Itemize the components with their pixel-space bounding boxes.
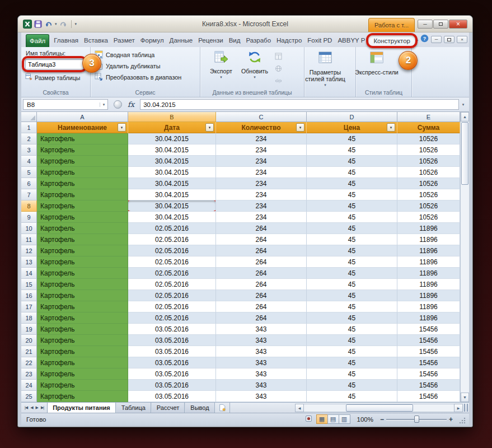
cell-E21[interactable]: 15456 [397,346,460,357]
cell-B23[interactable]: 03.05.2016 [128,368,216,380]
cell-D7[interactable]: 45 [307,189,397,200]
tab-konstruktor[interactable]: Конструктор 2 [368,34,416,47]
cell-D12[interactable]: 45 [307,245,397,256]
resize-table-button[interactable]: Размер таблицы [25,73,86,82]
zoom-in-button[interactable]: + [447,416,455,423]
cell-C14[interactable]: 264 [216,268,307,279]
cell-D8[interactable]: 45 [307,200,397,212]
cell-B20[interactable]: 03.05.2016 [128,335,216,346]
cell-B3[interactable]: 30.04.2015 [128,144,216,156]
excel-logo-icon[interactable] [23,20,32,29]
ribbon-tab-6[interactable]: Вид [226,34,243,47]
cell-C24[interactable]: 343 [216,380,307,391]
cell-D2[interactable]: 45 [307,133,397,144]
cell-B10[interactable]: 02.05.2016 [128,223,216,234]
close-button[interactable]: × [449,20,467,29]
cell-D19[interactable]: 45 [307,324,397,335]
cell-D10[interactable]: 45 [307,223,397,234]
formula-bar-button[interactable] [114,100,122,109]
cell-D18[interactable]: 45 [307,312,397,324]
cell-E22[interactable]: 15456 [397,357,460,368]
scroll-left-icon[interactable]: ◀ [295,404,304,412]
cell-B7[interactable]: 30.04.2015 [128,189,216,200]
cell-B21[interactable]: 03.05.2016 [128,346,216,357]
cell-E25[interactable]: 15456 [397,391,460,402]
zoom-out-button[interactable]: − [378,416,386,423]
undo-icon[interactable] [44,20,53,29]
zoom-slider-thumb[interactable] [414,416,419,423]
row-header-2[interactable]: 2 [21,133,37,144]
row-header-5[interactable]: 5 [21,167,37,178]
macro-record-icon[interactable] [305,415,312,423]
cell-E10[interactable]: 11896 [397,223,460,234]
horizontal-scrollbar[interactable]: ◀ ▶ [295,403,463,413]
cell-A15[interactable]: Картофель [37,279,128,290]
open-in-browser-icon[interactable] [275,64,282,74]
row-header-16[interactable]: 16 [21,290,37,301]
cell-E18[interactable]: 11896 [397,312,460,324]
view-page-break-button[interactable]: ▥ [339,414,350,424]
cell-E16[interactable]: 11896 [397,290,460,301]
cell-E3[interactable]: 10526 [397,144,460,156]
save-icon[interactable] [34,20,43,29]
restore-button[interactable] [433,20,448,29]
cell-B18[interactable]: 02.05.2016 [128,312,216,324]
insert-function-icon[interactable]: fx [128,100,134,109]
cell-D6[interactable]: 45 [307,178,397,189]
cell-D15[interactable]: 45 [307,279,397,290]
cell-C15[interactable]: 264 [216,279,307,290]
select-all-corner[interactable] [21,112,37,122]
column-header-a[interactable]: A [37,112,128,122]
cell-E20[interactable]: 15456 [397,335,460,346]
column-header-c[interactable]: C [216,112,307,122]
cell-D20[interactable]: 45 [307,335,397,346]
quick-styles-button[interactable]: Экспресс-стили [360,49,393,76]
cell-D16[interactable]: 45 [307,290,397,301]
formula-input[interactable]: 30.04.2015 [140,99,459,110]
refresh-button[interactable]: Обновить ▾ [238,49,271,87]
cell-E7[interactable]: 10526 [397,189,460,200]
cell-C7[interactable]: 234 [216,189,307,200]
filter-dropdown-icon[interactable]: ▾ [118,123,126,132]
scroll-right-icon[interactable]: ▶ [454,404,463,412]
tab-file[interactable]: Файл [26,34,49,47]
name-box[interactable]: B8 ▾ [23,99,108,110]
cell-A18[interactable]: Картофель [37,312,128,324]
row-header-11[interactable]: 11 [21,234,37,245]
cell-D9[interactable]: 45 [307,212,397,223]
pivot-table-button[interactable]: Сводная таблица [95,49,196,60]
cell-B5[interactable]: 30.04.2015 [128,167,216,178]
cell-A2[interactable]: Картофель [37,133,128,144]
header-cell-sum[interactable]: Сумма [397,122,460,133]
row-header-9[interactable]: 9 [21,212,37,223]
scroll-up-icon[interactable]: ▲ [461,112,469,122]
header-cell-price[interactable]: Цена ▾ [307,122,397,133]
cell-E6[interactable]: 10526 [397,178,460,189]
row-header-24[interactable]: 24 [21,380,37,391]
row-header-15[interactable]: 15 [21,279,37,290]
header-cell-date[interactable]: Дата ▾ [128,122,216,133]
header-cell-quantity[interactable]: Количество ▾ [216,122,307,133]
remove-duplicates-button[interactable]: Удалить дубликаты [95,60,196,72]
cell-B24[interactable]: 03.05.2016 [128,380,216,391]
cell-D24[interactable]: 45 [307,380,397,391]
cell-E17[interactable]: 11896 [397,301,460,312]
cell-C22[interactable]: 343 [216,357,307,368]
vertical-scrollbar[interactable]: ▲ ▼ [460,112,469,402]
cell-E11[interactable]: 11896 [397,234,460,245]
row-header-22[interactable]: 22 [21,357,37,368]
workbook-close-icon[interactable]: × [457,36,467,43]
cell-A9[interactable]: Картофель [37,212,128,223]
cell-E23[interactable]: 15456 [397,368,460,380]
row-header-6[interactable]: 6 [21,178,37,189]
vertical-scroll-thumb[interactable] [461,122,468,185]
cell-A22[interactable]: Картофель [37,357,128,368]
ribbon-tab-3[interactable]: Формул [138,34,167,47]
horizontal-scroll-track[interactable] [304,404,454,412]
cell-C18[interactable]: 264 [216,312,307,324]
undo-dropdown-icon[interactable]: ▾ [55,22,57,26]
view-page-layout-button[interactable]: ▤ [327,414,339,424]
cell-B11[interactable]: 02.05.2016 [128,234,216,245]
scroll-down-icon[interactable]: ▼ [461,393,469,402]
cell-C4[interactable]: 234 [216,156,307,167]
